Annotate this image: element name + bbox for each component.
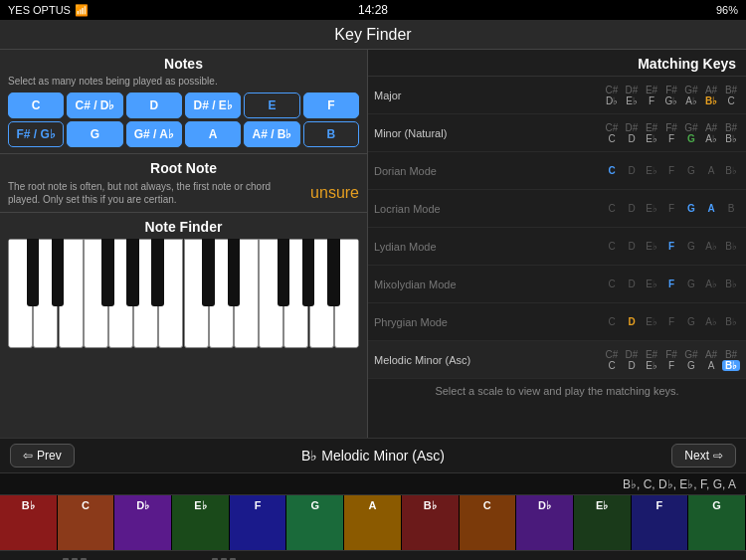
note: A# <box>702 122 720 133</box>
colored-key-A[interactable]: A <box>344 495 402 550</box>
note: E♭ <box>643 165 660 176</box>
key-As2[interactable] <box>327 239 339 306</box>
unsure-button[interactable]: unsure <box>310 184 359 202</box>
key-Ds1[interactable] <box>52 239 64 306</box>
note: F# <box>662 349 680 360</box>
piano-section: Note Finder .piano-wrap { position: rela… <box>0 213 367 438</box>
matching-keys-title: Matching Keys <box>368 50 746 77</box>
note: D <box>623 360 641 371</box>
note-btn-Ds-Eb[interactable]: D# / E♭ <box>185 93 241 118</box>
note-btn-G[interactable]: G <box>67 121 122 147</box>
note: E# <box>643 349 660 360</box>
note: F <box>643 95 660 106</box>
colored-key-Bb[interactable]: B♭ <box>0 495 58 550</box>
note-btn-As-Bb[interactable]: A# / B♭ <box>244 121 299 147</box>
colored-key-G[interactable]: G <box>286 495 344 550</box>
note: D <box>623 279 641 289</box>
scale-name-locrian: Locrian Mode <box>374 203 473 215</box>
scale-row-dorian[interactable]: Dorian Mode C D E♭ F G A B♭ <box>368 152 746 190</box>
note: C <box>603 203 621 214</box>
scale-notes-phrygian: C D E♭ F G A♭ B♭ <box>473 316 740 327</box>
title-bar: Key Finder <box>0 20 746 50</box>
note: G <box>682 279 700 289</box>
note: D <box>623 316 641 327</box>
colored-key-Eb[interactable]: E♭ <box>172 495 230 550</box>
colored-key-Eb[interactable]: E♭ <box>574 495 632 550</box>
note: F <box>662 203 680 214</box>
colored-key-G[interactable]: G <box>688 495 746 550</box>
colored-key-Db[interactable]: D♭ <box>114 495 172 550</box>
colored-key-F[interactable]: F <box>632 495 689 550</box>
note: F <box>662 360 680 371</box>
note-btn-Cs-Db[interactable]: C# / D♭ <box>67 93 122 118</box>
notes-title: Notes <box>8 56 359 72</box>
note: E# <box>643 85 660 95</box>
status-bar-right: 96% <box>716 4 738 16</box>
note: E♭ <box>643 203 660 214</box>
colored-key-C[interactable]: C <box>58 495 115 550</box>
left-panel: Notes Select as many notes being played … <box>0 50 368 438</box>
piano-keyboard[interactable]: .piano-wrap { position: relative; } /* 1… <box>8 239 359 348</box>
note: B♭ <box>722 316 740 327</box>
note: G <box>682 316 700 327</box>
key-Cs1[interactable] <box>27 239 39 306</box>
key-Fs1[interactable] <box>101 239 113 306</box>
key-Gs1[interactable] <box>126 239 138 306</box>
note-btn-B[interactable]: B <box>303 121 359 147</box>
note: B♭ <box>722 279 740 289</box>
scale-row-locrian[interactable]: Locrian Mode C D E♭ F G A B <box>368 190 746 228</box>
notes-subtitle: Select as many notes being played as pos… <box>8 76 359 87</box>
note: A♭ <box>702 316 720 327</box>
scale-row-minor[interactable]: Minor (Natural) C# D# E# F# G# A# B# C D… <box>368 114 746 152</box>
prev-button[interactable]: ⇦ Prev <box>10 444 75 467</box>
note: C <box>603 360 621 371</box>
note: C <box>603 241 621 252</box>
colored-key-F[interactable]: F <box>230 495 287 550</box>
scale-row-mixolydian[interactable]: Mixolydian Mode C D E♭ F G A♭ B♭ <box>368 266 746 303</box>
scale-notes-melodic-minor: C# D# E# F# G# A# B# C D E♭ F G A B♭ <box>473 349 740 371</box>
note: A# <box>702 85 720 95</box>
scale-notes-dorian: C D E♭ F G A B♭ <box>473 165 740 176</box>
status-bar-time: 14:28 <box>358 3 388 17</box>
next-arrow-icon: ⇨ <box>713 449 723 463</box>
note-btn-Fs-Gb[interactable]: F# / G♭ <box>8 121 64 147</box>
key-Fs2[interactable] <box>278 239 289 306</box>
note: D <box>623 203 641 214</box>
scale-select-message: Select a scale to view and play the matc… <box>368 379 746 403</box>
scale-row-phrygian[interactable]: Phrygian Mode C D E♭ F G A♭ B♭ <box>368 303 746 341</box>
note: G <box>682 165 700 176</box>
scale-row-major[interactable]: Major C# D# E# F# G# A# B# D♭ E♭ F G♭ A♭ <box>368 77 746 114</box>
key-Gs2[interactable] <box>302 239 314 306</box>
note: F <box>662 241 680 252</box>
scale-notes-minor: C# D# E# F# G# A# B# C D E♭ F G A♭ B♭ <box>473 122 740 144</box>
note-btn-A[interactable]: A <box>185 121 241 147</box>
scale-notes-row-melodic-2: C D E♭ F G A B♭ <box>603 360 740 371</box>
note: B# <box>722 349 740 360</box>
note: E♭ <box>643 316 660 327</box>
scale-row-lydian[interactable]: Lydian Mode C D E♭ F G A♭ B♭ <box>368 228 746 266</box>
note: G♭ <box>662 95 680 106</box>
right-panel: Matching Keys Major C# D# E# F# G# A# B#… <box>368 50 746 438</box>
note: D <box>623 165 641 176</box>
scale-row-melodic-minor[interactable]: Melodic Minor (Asc) C# D# E# F# G# A# B#… <box>368 341 746 379</box>
key-As1[interactable] <box>151 239 163 306</box>
key-Ds2[interactable] <box>228 239 240 306</box>
scale-notes-row-major-1: C# D# E# F# G# A# B# <box>603 85 740 95</box>
colored-key-Bb[interactable]: B♭ <box>402 495 460 550</box>
note-btn-Gs-Ab[interactable]: G# / A♭ <box>126 121 182 147</box>
note-btn-F[interactable]: F <box>303 93 359 118</box>
note: A# <box>702 349 720 360</box>
note-btn-C[interactable]: C <box>8 93 64 118</box>
note: F# <box>662 122 680 133</box>
colored-key-C[interactable]: C <box>460 495 517 550</box>
note-btn-E[interactable]: E <box>244 93 299 118</box>
next-button[interactable]: Next ⇨ <box>671 444 736 467</box>
scale-notes-row-locrian: C D E♭ F G A B <box>603 203 740 214</box>
notes-section: Notes Select as many notes being played … <box>0 50 367 154</box>
note-btn-D[interactable]: D <box>126 93 182 118</box>
colored-key-Db[interactable]: D♭ <box>516 495 574 550</box>
key-Cs2[interactable] <box>202 239 214 306</box>
colored-keys-bar: B♭CD♭E♭FGAB♭CD♭E♭FG <box>0 495 746 550</box>
tab-bar: Chords Combo ⚙ Config ♫ Key Finder ℹ Abo… <box>0 550 746 560</box>
note: A♭ <box>702 133 720 144</box>
